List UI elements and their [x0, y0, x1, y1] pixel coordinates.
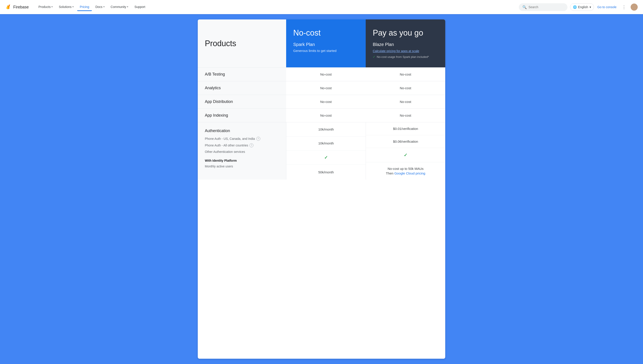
spark-cell-phone-auth-other: 10k/month [286, 136, 366, 151]
language-button[interactable]: 🌐 English ▾ [570, 3, 594, 11]
nav-support[interactable]: Support [132, 3, 148, 11]
product-name-authentication: Authentication [205, 128, 230, 133]
auth-section-row: Authentication Phone Auth - US, Canada, … [198, 122, 445, 180]
phone-auth-other-label: Phone Auth - All other countries ? [205, 143, 279, 147]
check-icon: ✓ [404, 152, 407, 158]
pricing-header: Products No-cost Spark Plan Generous lim… [198, 20, 445, 67]
blaze-included-note: ✓ No-cost usage from Spark plan included… [373, 55, 438, 58]
lang-chevron-icon: ▾ [589, 5, 591, 9]
blaze-auth-column: $0.01/verification $0.06/verification ✓ … [366, 122, 445, 180]
header-products-cell: Products [198, 20, 286, 67]
table-row: App Distribution No-cost No-cost [198, 95, 445, 108]
user-avatar[interactable] [631, 4, 638, 10]
google-cloud-pricing-link[interactable]: Google Cloud pricing [394, 172, 425, 175]
nav-products[interactable]: Products ▾ [36, 3, 55, 11]
blaze-cell-other-auth: ✓ [366, 148, 445, 162]
blaze-cell-mau: No-cost up to 50k MAUs Then Google Cloud… [366, 162, 445, 180]
nav-pricing[interactable]: Pricing [77, 3, 92, 11]
phone-auth-us-label: Phone Auth - US, Canada, and India ? [205, 137, 279, 141]
blaze-calc-link[interactable]: Calculate pricing for apps at scale [373, 49, 438, 53]
blaze-cell-app-distribution: No-cost [366, 95, 445, 108]
product-cell-authentication: Authentication Phone Auth - US, Canada, … [198, 122, 286, 180]
nav-solutions[interactable]: Solutions ▾ [56, 3, 76, 11]
phone-auth-us-info-icon[interactable]: ? [256, 137, 260, 141]
search-bar[interactable]: 🔍 [519, 3, 567, 11]
product-cell-analytics: Analytics [198, 81, 286, 95]
nav-right: 🔍 🌐 English ▾ Go to console ⋮ [519, 3, 638, 11]
product-cell-ab-testing: A/B Testing [198, 68, 286, 81]
spark-auth-column: 10k/month 10k/month ✓ 50k/month [286, 122, 366, 180]
search-icon: 🔍 [522, 5, 527, 9]
more-options-button[interactable]: ⋮ [620, 3, 628, 11]
pricing-table: A/B Testing No-cost No-cost Analytics No… [198, 67, 445, 180]
firebase-logo[interactable]: Firebase [5, 4, 29, 10]
spark-cell-phone-auth-us: 10k/month [286, 122, 366, 136]
check-icon: ✓ [324, 155, 328, 160]
svg-point-1 [631, 8, 637, 10]
check-icon: ✓ [373, 55, 375, 58]
product-cell-app-indexing: App Indexing [198, 109, 286, 122]
identity-platform-title: With Identity Platform [205, 159, 279, 162]
blaze-cell-analytics: No-cost [366, 81, 445, 95]
navbar: Firebase Products ▾ Solutions ▾ Pricing … [0, 0, 643, 14]
spark-plan-name: Spark Plan [293, 42, 359, 47]
nav-docs[interactable]: Docs ▾ [93, 3, 107, 11]
logo-text: Firebase [13, 5, 29, 10]
go-to-console-button[interactable]: Go to console [596, 4, 617, 10]
spark-cell-other-auth: ✓ [286, 150, 366, 165]
product-name-analytics: Analytics [205, 86, 221, 90]
blaze-plan-name: Blaze Plan [373, 42, 438, 47]
table-row: Analytics No-cost No-cost [198, 81, 445, 95]
product-cell-app-distribution: App Distribution [198, 95, 286, 108]
nav-community[interactable]: Community ▾ [108, 3, 131, 11]
firebase-logo-icon [5, 4, 12, 10]
globe-icon: 🌐 [573, 5, 577, 9]
pricing-table-container: Products No-cost Spark Plan Generous lim… [198, 20, 445, 359]
product-name-app-distribution: App Distribution [205, 100, 233, 104]
product-name-ab-testing: A/B Testing [205, 72, 225, 77]
spark-cell-app-indexing: No-cost [286, 109, 366, 122]
blaze-cell-app-indexing: No-cost [366, 109, 445, 122]
blaze-cell-phone-auth-other: $0.06/verification [366, 135, 445, 148]
table-row: A/B Testing No-cost No-cost [198, 67, 445, 81]
other-auth-label: Other Authentication services [205, 150, 279, 154]
community-chevron-icon: ▾ [127, 6, 128, 8]
products-heading: Products [205, 39, 236, 48]
spark-no-cost-title: No-cost [293, 28, 359, 38]
svg-point-0 [632, 5, 636, 8]
spark-cell-mau: 50k/month [286, 165, 366, 180]
spark-cell-ab-testing: No-cost [286, 68, 366, 81]
header-spark-cell: No-cost Spark Plan Generous limits to ge… [286, 20, 366, 67]
search-input[interactable] [528, 5, 564, 9]
nav-items: Products ▾ Solutions ▾ Pricing Docs ▾ Co… [36, 3, 519, 11]
products-chevron-icon: ▾ [52, 6, 53, 8]
header-blaze-cell: Pay as you go Blaze Plan Calculate prici… [366, 20, 445, 67]
monthly-active-users-label: Monthly active users [205, 164, 279, 168]
blaze-cell-ab-testing: No-cost [366, 68, 445, 81]
phone-auth-other-info-icon[interactable]: ? [249, 143, 253, 147]
product-name-app-indexing: App Indexing [205, 113, 228, 118]
page-background: Products No-cost Spark Plan Generous lim… [0, 14, 643, 364]
spark-cell-app-distribution: No-cost [286, 95, 366, 108]
docs-chevron-icon: ▾ [103, 6, 105, 8]
table-row: App Indexing No-cost No-cost [198, 108, 445, 122]
solutions-chevron-icon: ▾ [73, 6, 74, 8]
blaze-cell-phone-auth-us: $0.01/verification [366, 122, 445, 135]
spark-cell-analytics: No-cost [286, 81, 366, 95]
blaze-pay-as-you-go-title: Pay as you go [373, 28, 438, 38]
spark-plan-desc: Generous limits to get started [293, 49, 359, 52]
